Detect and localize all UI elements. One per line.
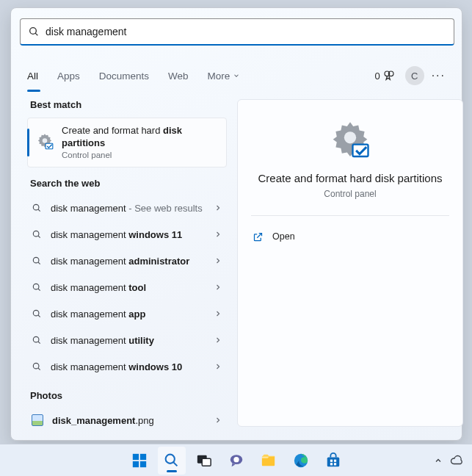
svg-point-18 (33, 363, 39, 369)
taskbar-store[interactable] (319, 447, 347, 475)
web-result-text: disk management administrator (51, 256, 222, 267)
svg-line-9 (38, 236, 40, 238)
web-result[interactable]: disk management - See web results (27, 195, 227, 221)
store-icon (325, 452, 341, 469)
svg-point-0 (30, 28, 37, 35)
svg-rect-36 (333, 459, 335, 461)
preview-subtitle: Control panel (251, 189, 449, 199)
preview-pane: Create and format hard disk partitions C… (237, 99, 463, 427)
chevron-right-icon (214, 203, 222, 212)
tab-documents[interactable]: Documents (99, 68, 149, 84)
web-result[interactable]: disk management windows 11 (27, 221, 227, 248)
best-match-result[interactable]: Create and format hard disk partitions C… (27, 118, 227, 167)
web-result[interactable]: disk management utility (27, 327, 227, 353)
chevron-right-icon (214, 230, 222, 239)
svg-rect-38 (333, 463, 335, 465)
svg-rect-25 (139, 461, 145, 466)
rewards-score[interactable]: 0 (374, 70, 394, 82)
search-icon (32, 309, 42, 319)
svg-line-1 (35, 33, 37, 35)
cloud-icon[interactable] (450, 454, 463, 467)
svg-line-15 (38, 315, 40, 317)
chevron-right-icon (214, 362, 222, 371)
svg-rect-35 (330, 459, 332, 461)
web-result-text: disk management windows 10 (51, 361, 222, 372)
tab-apps[interactable]: Apps (57, 68, 80, 84)
edge-icon (293, 452, 309, 469)
more-options-button[interactable]: ··· (432, 69, 446, 82)
search-icon (32, 229, 42, 239)
tab-more[interactable]: More (208, 68, 241, 84)
taskbar-task-view[interactable] (190, 447, 218, 475)
tab-all[interactable]: All (27, 68, 38, 84)
search-icon (32, 282, 42, 292)
open-external-icon (253, 231, 264, 242)
section-best-match: Best match (30, 99, 227, 110)
chevron-right-icon (214, 416, 222, 425)
taskbar-edge[interactable] (287, 447, 315, 475)
svg-rect-5 (46, 143, 53, 149)
avatar[interactable]: C (405, 66, 424, 85)
preview-title: Create and format hard disk partitions (251, 172, 449, 184)
folder-icon (260, 452, 277, 469)
web-result-text: disk management - See web results (51, 203, 222, 214)
taskbar-chat[interactable] (222, 447, 250, 475)
search-input[interactable] (46, 26, 446, 37)
web-result-text: disk management windows 11 (51, 229, 222, 240)
medal-icon (383, 70, 395, 82)
image-file-icon (32, 414, 43, 426)
taskbar-search[interactable] (158, 447, 186, 475)
web-results-list: disk management - See web resultsdisk ma… (27, 195, 227, 380)
score-value: 0 (374, 71, 380, 82)
svg-point-6 (33, 204, 39, 210)
chevron-right-icon (214, 336, 222, 345)
open-label: Open (272, 231, 295, 242)
svg-rect-37 (330, 463, 332, 465)
web-result[interactable]: disk management administrator (27, 248, 227, 274)
results-left-column: Best match Create and format hard disk p… (27, 99, 227, 433)
svg-point-10 (33, 257, 39, 263)
svg-point-8 (33, 231, 39, 237)
svg-line-17 (38, 342, 40, 344)
chat-icon (228, 452, 244, 469)
chevron-up-icon[interactable] (434, 456, 443, 465)
web-result[interactable]: disk management app (27, 300, 227, 327)
taskbar-start[interactable] (126, 447, 153, 475)
preview-icon-wrap (251, 120, 449, 162)
svg-rect-34 (327, 457, 339, 466)
chevron-right-icon (214, 309, 222, 318)
windows-start-icon (131, 452, 148, 469)
svg-point-4 (43, 138, 48, 143)
taskbar (0, 444, 472, 476)
svg-point-31 (233, 456, 239, 461)
chevron-down-icon (233, 72, 240, 79)
svg-point-14 (33, 310, 39, 316)
tabs-row: All Apps Documents Web More 0 C ··· (27, 60, 446, 92)
web-result-text: disk management utility (51, 335, 222, 346)
section-photos: Photos (30, 390, 227, 401)
photo-filename: disk_management.png (52, 415, 222, 426)
search-icon (32, 256, 42, 266)
svg-line-7 (38, 209, 40, 212)
tab-web[interactable]: Web (168, 68, 189, 84)
web-result[interactable]: disk management windows 10 (27, 353, 227, 380)
taskbar-center (126, 447, 347, 475)
task-view-icon (196, 452, 212, 469)
open-action[interactable]: Open (251, 223, 449, 250)
svg-line-19 (38, 368, 40, 370)
photo-results-list: disk_management.png (27, 407, 227, 433)
taskbar-file-explorer[interactable] (255, 447, 283, 475)
svg-point-12 (33, 284, 39, 289)
photo-result[interactable]: disk_management.png (27, 407, 227, 433)
taskbar-tray (434, 454, 463, 467)
search-box[interactable] (20, 18, 454, 46)
search-icon (32, 203, 42, 213)
svg-point-16 (33, 336, 39, 342)
gear-check-icon (35, 132, 54, 151)
svg-line-13 (38, 289, 40, 291)
chevron-right-icon (214, 283, 222, 292)
svg-point-20 (344, 131, 356, 143)
web-result[interactable]: disk management tool (27, 274, 227, 300)
gear-check-icon (328, 120, 372, 162)
svg-point-26 (166, 455, 175, 464)
